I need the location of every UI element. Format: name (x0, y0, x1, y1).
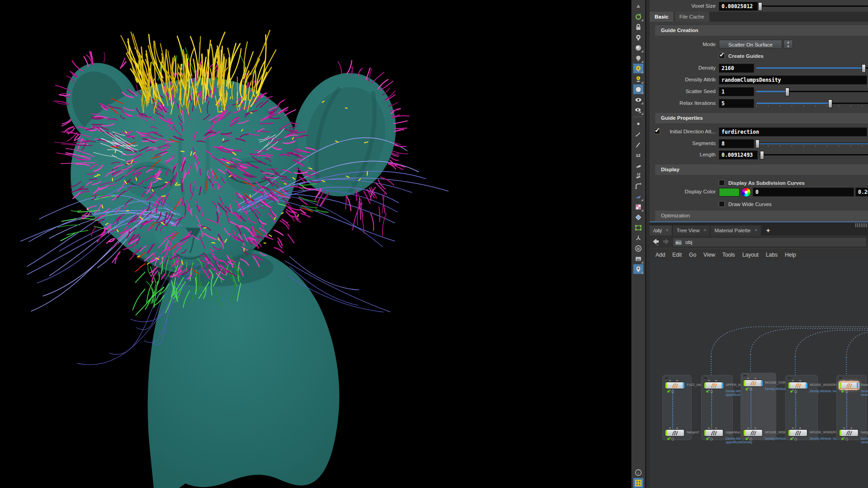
subdiv-checkbox[interactable] (719, 180, 725, 186)
map-pin-icon[interactable] (633, 264, 644, 274)
eye-icon[interactable] (633, 94, 644, 105)
node-body[interactable] (840, 382, 859, 389)
create-guides-checkbox[interactable] (719, 53, 725, 59)
node-body[interactable] (704, 429, 723, 436)
node-display-flag[interactable] (840, 430, 841, 436)
headlight-bulb-icon[interactable] (633, 63, 644, 74)
pane-tab--obj[interactable]: /obj× (650, 225, 672, 235)
box-collapse-handle[interactable] (704, 377, 707, 379)
network-editor[interactable]: FUZZ_HAIRhairgen2UPPER_MUZZLE_GUIDESDens… (650, 261, 868, 488)
network-node[interactable]: FUZZ_HAIR (665, 382, 684, 389)
null-axes-icon[interactable] (633, 233, 644, 243)
close-icon[interactable]: × (666, 228, 669, 233)
tab-basic[interactable]: Basic (650, 12, 674, 22)
menu-view[interactable]: View (703, 252, 715, 258)
section-display[interactable]: Display (655, 164, 868, 175)
voxel-size-field[interactable]: 0.00025012 (719, 2, 758, 11)
move-light-icon[interactable] (633, 74, 644, 84)
forward-arrow-icon[interactable] (662, 238, 670, 245)
section-guide-properties[interactable]: Guide Properties (655, 113, 868, 123)
network-box[interactable]: RandomClumpsDensity Attrib randomClumpsD… (836, 375, 867, 440)
close-icon[interactable]: × (704, 228, 707, 233)
density-slider[interactable] (756, 67, 868, 69)
eye-playback-icon[interactable] (633, 105, 644, 115)
tab-file-cache[interactable]: File Cache (675, 12, 709, 22)
pane-tab-material-palette[interactable]: Material Palette× (711, 225, 761, 235)
box-collapse-handle[interactable] (839, 377, 842, 379)
box-collapse-handle[interactable] (665, 377, 668, 379)
draw-wide-checkbox[interactable] (719, 201, 725, 207)
section-optimization[interactable]: Optimization (655, 211, 868, 221)
network-node[interactable]: hairgen2 (665, 429, 684, 436)
node-render-flag[interactable] (761, 380, 763, 386)
node-display-flag[interactable] (840, 383, 841, 388)
node-body[interactable] (744, 429, 763, 436)
node-body[interactable] (744, 380, 763, 387)
mode-spinner[interactable]: ▲▼ (783, 40, 793, 49)
bulb-icon[interactable] (633, 53, 644, 63)
node-body[interactable] (788, 382, 807, 389)
viewport-3d[interactable] (0, 0, 631, 488)
node-display-flag[interactable] (788, 383, 790, 388)
initial-direction-checkbox[interactable] (654, 128, 660, 134)
close-icon[interactable]: × (755, 228, 757, 233)
back-arrow-icon[interactable] (651, 238, 660, 245)
length-field[interactable]: 0.00912493 (719, 150, 758, 160)
node-render-flag[interactable] (806, 383, 807, 388)
pen-icon[interactable] (633, 139, 644, 150)
network-box[interactable]: FUZZ_HAIRhairgen2 (662, 375, 692, 440)
node-body[interactable] (665, 382, 684, 389)
network-node[interactable]: MOUSE_WISKERS_hairgenDensity Attribute: … (788, 429, 807, 436)
relax-iterations-field[interactable]: 5 (719, 99, 754, 108)
node-body[interactable] (665, 429, 684, 436)
menu-tools[interactable]: Tools (722, 252, 735, 258)
node-body[interactable] (704, 382, 723, 389)
network-box[interactable]: UPPER_MUZZLE_GUIDESDensity Attribute: up… (701, 375, 733, 440)
image-plane-icon[interactable] (633, 253, 644, 264)
box-collapse-handle[interactable] (788, 377, 791, 379)
uv-square-icon[interactable] (633, 222, 644, 233)
length-slider[interactable] (760, 154, 868, 155)
network-node[interactable]: MOUSE_WISKERS_hairgen2Density Attribute:… (744, 429, 763, 436)
plane-icon[interactable] (633, 191, 644, 202)
quad-view-icon[interactable] (633, 478, 644, 488)
network-box[interactable]: MOUSE_WISKERS_greenDensity Attribute: he… (785, 375, 818, 440)
mode-dropdown[interactable]: Scatter On Surface (719, 40, 782, 49)
recycle-arrows-icon[interactable] (633, 11, 644, 22)
new-tab-button[interactable]: + (762, 225, 774, 235)
menu-layout[interactable]: Layout (742, 252, 759, 258)
node-render-flag[interactable] (857, 383, 859, 388)
network-box[interactable]: MOUSE_CHIN_GUIDESDensity Attribute: chin… (741, 373, 776, 440)
menu-labs[interactable]: Labs (766, 252, 778, 258)
segments-field[interactable]: 8 (719, 139, 754, 148)
box-collapse-handle[interactable] (743, 375, 746, 376)
display-color-field-2[interactable]: 0.20 (855, 188, 868, 197)
sphere-icon[interactable] (633, 42, 644, 53)
node-display-flag[interactable] (704, 383, 706, 388)
node-body[interactable] (788, 429, 807, 436)
stamp-12-icon[interactable]: 12 (633, 150, 644, 160)
network-node[interactable]: MOUSE_WISKERS_greenDensity Attribute: he… (788, 382, 807, 389)
menu-help[interactable]: Help (785, 252, 796, 258)
scatter-seed-field[interactable]: 1 (719, 87, 754, 96)
stamp-12-alt-icon[interactable]: 12 (633, 170, 644, 181)
scatter-seed-slider[interactable] (756, 91, 868, 92)
segments-slider[interactable] (756, 143, 868, 144)
breadcrumb[interactable]: obj (672, 237, 867, 247)
density-field[interactable]: 2160 (719, 64, 754, 73)
diamond-icon[interactable] (633, 212, 644, 222)
menu-add[interactable]: Add (656, 252, 665, 258)
color-wheel-icon[interactable] (741, 188, 751, 197)
relax-iterations-slider[interactable] (756, 103, 868, 104)
checkerboard-icon[interactable] (633, 202, 644, 212)
node-body[interactable] (840, 429, 859, 436)
paintbrush-icon[interactable] (633, 129, 644, 139)
network-node[interactable]: UpperMuzzleHAIRDensity Attribute: upperM… (704, 429, 723, 436)
voxel-size-slider[interactable] (760, 5, 868, 7)
corner-curve-icon[interactable] (633, 181, 644, 191)
shaded-sphere-icon[interactable] (633, 84, 644, 94)
section-guide-creation[interactable]: Guide Creation (655, 25, 868, 36)
node-render-flag[interactable] (683, 383, 684, 388)
node-display-flag[interactable] (744, 380, 745, 386)
density-attrib-field[interactable]: randomClumpsDensity (719, 75, 867, 84)
